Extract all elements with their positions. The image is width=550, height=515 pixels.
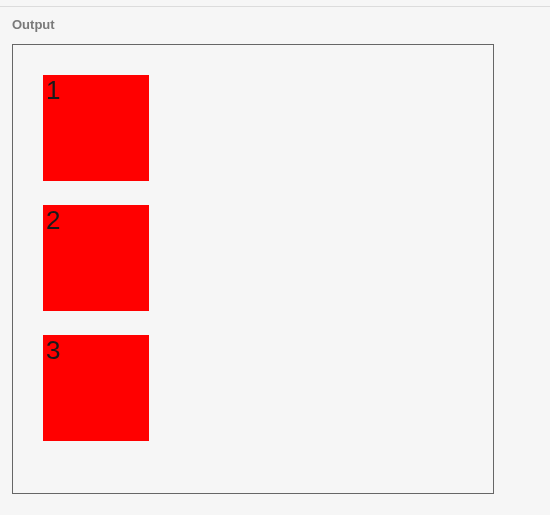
box-3-label: 3 bbox=[46, 335, 60, 365]
box-2-label: 2 bbox=[46, 205, 60, 235]
box-3: 3 bbox=[43, 335, 149, 441]
box-2: 2 bbox=[43, 205, 149, 311]
output-frame: 1 2 3 bbox=[12, 44, 494, 494]
box-1: 1 bbox=[43, 75, 149, 181]
output-label: Output bbox=[0, 7, 550, 32]
box-1-label: 1 bbox=[46, 75, 60, 105]
